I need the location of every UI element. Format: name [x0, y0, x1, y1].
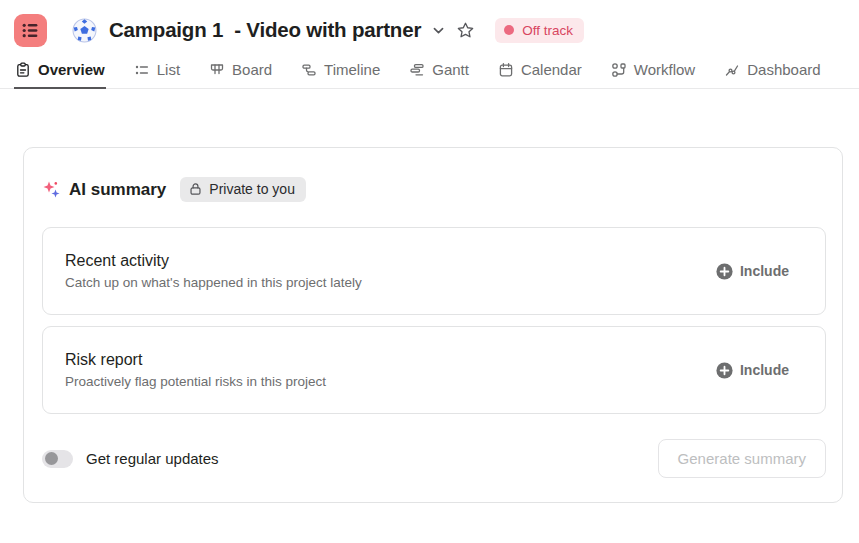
overview-icon — [15, 62, 31, 78]
tab-board[interactable]: Board — [208, 54, 273, 89]
option-description: Proactively flag potential risks in this… — [65, 374, 326, 389]
ai-summary-card: AI summary Private to you Recent activit… — [23, 147, 843, 503]
ai-summary-header: AI summary Private to you — [42, 177, 826, 202]
board-icon — [209, 62, 225, 78]
project-header: Campaign 1 - Video with partner Off trac… — [0, 0, 859, 48]
ai-summary-title: AI summary — [69, 180, 166, 200]
status-label: Off track — [522, 23, 573, 38]
privacy-label: Private to you — [209, 181, 295, 197]
toggle-label: Get regular updates — [86, 450, 219, 467]
title-menu-button[interactable] — [429, 21, 448, 40]
tab-label: Board — [232, 61, 272, 78]
privacy-badge: Private to you — [180, 177, 306, 202]
regular-updates-toggle[interactable] — [42, 450, 73, 468]
tab-label: Calendar — [521, 61, 582, 78]
status-badge[interactable]: Off track — [495, 18, 584, 43]
star-icon — [456, 21, 475, 40]
option-description: Catch up on what's happened in this proj… — [65, 275, 362, 290]
project-overview-page: { "header": { "title": "Campaign 1 - Vid… — [0, 0, 859, 543]
dashboard-icon — [724, 62, 740, 78]
lock-icon — [189, 182, 202, 196]
tab-label: Timeline — [324, 61, 380, 78]
option-title: Risk report — [65, 351, 326, 369]
ai-summary-footer: Get regular updates Generate summary — [42, 439, 826, 478]
include-recent-activity-button[interactable]: Include — [716, 263, 789, 280]
list-icon — [21, 21, 40, 40]
tab-list[interactable]: List — [133, 54, 181, 89]
generate-summary-button[interactable]: Generate summary — [658, 439, 826, 478]
include-label: Include — [740, 362, 789, 378]
option-text: Recent activity Catch up on what's happe… — [65, 252, 362, 290]
tab-label: Dashboard — [747, 61, 820, 78]
include-label: Include — [740, 263, 789, 279]
tab-label: Workflow — [634, 61, 695, 78]
status-dot-icon — [504, 25, 514, 35]
soccer-ball-icon — [72, 18, 97, 43]
option-title: Recent activity — [65, 252, 362, 270]
workflow-icon — [611, 62, 627, 78]
circle-plus-icon — [716, 263, 733, 280]
include-risk-report-button[interactable]: Include — [716, 362, 789, 379]
tab-gantt[interactable]: Gantt — [408, 54, 470, 89]
toggle-knob — [45, 452, 58, 465]
tab-workflow[interactable]: Workflow — [610, 54, 696, 89]
tab-label: List — [157, 61, 180, 78]
tab-calendar[interactable]: Calendar — [497, 54, 583, 89]
option-text: Risk report Proactively flag potential r… — [65, 351, 326, 389]
recent-activity-card[interactable]: Recent activity Catch up on what's happe… — [42, 227, 826, 315]
favorite-button[interactable] — [454, 19, 477, 42]
tab-overview[interactable]: Overview — [14, 54, 106, 89]
regular-updates-toggle-group: Get regular updates — [42, 450, 219, 468]
tab-timeline[interactable]: Timeline — [300, 54, 381, 89]
ai-sparkles-icon — [42, 180, 62, 200]
tab-dashboard[interactable]: Dashboard — [723, 54, 821, 89]
sidebar-toggle-button[interactable] — [14, 14, 47, 47]
chevron-down-icon — [431, 23, 446, 38]
tab-label: Gantt — [432, 61, 469, 78]
gantt-icon — [409, 62, 425, 78]
timeline-icon — [301, 62, 317, 78]
project-title[interactable]: Campaign 1 - Video with partner — [109, 18, 421, 42]
tab-label: Overview — [38, 61, 105, 78]
risk-report-card[interactable]: Risk report Proactively flag potential r… — [42, 326, 826, 414]
calendar-icon — [498, 62, 514, 78]
list-icon — [134, 62, 150, 78]
view-tabs: Overview List Board Timeline Gantt — [0, 48, 859, 89]
circle-plus-icon — [716, 362, 733, 379]
